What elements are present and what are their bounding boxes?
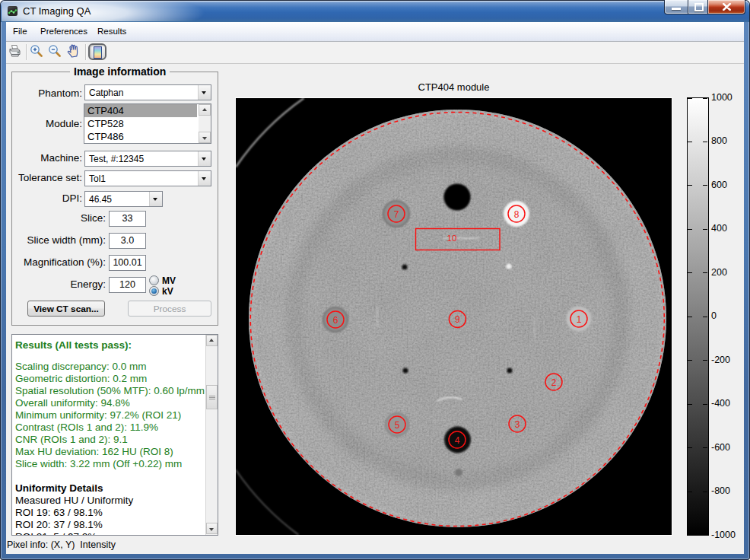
svg-text:7: 7 [394,209,399,220]
svg-text:9: 9 [455,314,460,325]
svg-text:4: 4 [455,435,460,446]
svg-text:10: 10 [447,234,457,243]
svg-text:8: 8 [514,209,520,220]
svg-text:3: 3 [515,419,520,430]
svg-text:6: 6 [333,315,338,326]
svg-text:2: 2 [551,377,557,388]
svg-text:5: 5 [395,420,400,431]
svg-text:1: 1 [577,314,582,325]
